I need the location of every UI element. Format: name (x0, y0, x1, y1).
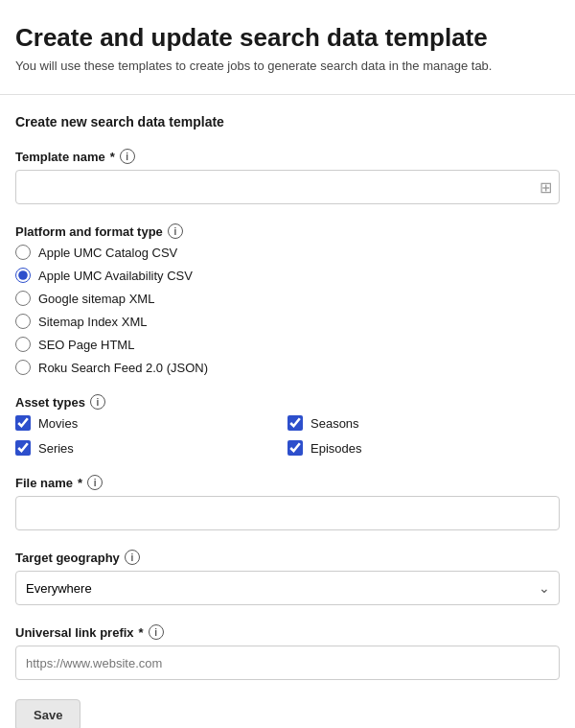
file-name-group: File name * i (15, 475, 560, 530)
target-geography-group: Target geography i Everywhere United Sta… (15, 550, 560, 605)
asset-types-info-icon[interactable]: i (90, 394, 105, 410)
template-name-group: Template name * i ⊞ (15, 149, 560, 204)
form-section-title: Create new search data template (15, 114, 560, 133)
checkbox-movies[interactable]: Movies (15, 415, 288, 431)
save-button[interactable]: Save (15, 699, 80, 728)
radio-apple-umc-availability[interactable]: Apple UMC Availability CSV (15, 268, 560, 283)
checkbox-series[interactable]: Series (15, 440, 288, 456)
checkbox-movies-input[interactable] (15, 415, 31, 431)
radio-roku-search-feed[interactable]: Roku Search Feed 2.0 (JSON) (15, 360, 560, 375)
template-name-wrapper: ⊞ (15, 170, 560, 204)
universal-link-prefix-label: Universal link prefix * i (15, 624, 560, 640)
checkbox-series-input[interactable] (15, 440, 31, 456)
target-geography-label: Target geography i (15, 550, 560, 565)
radio-apple-umc-availability-input[interactable] (15, 268, 31, 283)
universal-link-prefix-info-icon[interactable]: i (149, 624, 164, 640)
template-name-info-icon[interactable]: i (120, 149, 135, 164)
universal-link-prefix-input[interactable] (15, 646, 560, 680)
radio-sitemap-index-xml[interactable]: Sitemap Index XML (15, 314, 560, 329)
page-title: Create and update search data template (15, 23, 560, 53)
platform-format-label: Platform and format type i (15, 223, 560, 239)
radio-google-sitemap-xml-input[interactable] (15, 291, 31, 306)
radio-seo-page-html[interactable]: SEO Page HTML (15, 337, 560, 352)
template-name-label: Template name * i (15, 149, 560, 164)
checkbox-episodes[interactable]: Episodes (288, 440, 560, 456)
platform-format-info-icon[interactable]: i (168, 223, 183, 239)
checkbox-seasons[interactable]: Seasons (288, 415, 560, 431)
asset-types-group: Asset types i Movies Seasons Series Epis… (15, 394, 560, 456)
asset-types-label: Asset types i (15, 394, 560, 410)
radio-google-sitemap-xml[interactable]: Google sitemap XML (15, 291, 560, 306)
target-geography-select[interactable]: Everywhere United States Europe Asia (15, 571, 560, 605)
radio-seo-page-html-input[interactable] (15, 337, 31, 352)
radio-sitemap-index-xml-input[interactable] (15, 314, 31, 329)
template-name-input[interactable] (15, 170, 560, 204)
checkbox-seasons-input[interactable] (288, 415, 303, 431)
radio-roku-search-feed-input[interactable] (15, 360, 31, 375)
checkbox-episodes-input[interactable] (288, 440, 303, 456)
universal-link-prefix-group: Universal link prefix * i (15, 624, 560, 680)
section-divider (0, 94, 575, 95)
radio-apple-umc-catalog-input[interactable] (15, 245, 31, 260)
asset-types-checkbox-group: Movies Seasons Series Episodes (15, 415, 560, 456)
page-subtitle: You will use these templates to create j… (15, 59, 560, 73)
file-name-info-icon[interactable]: i (87, 475, 103, 490)
radio-apple-umc-catalog[interactable]: Apple UMC Catalog CSV (15, 245, 560, 260)
target-geography-info-icon[interactable]: i (125, 550, 140, 565)
target-geography-select-wrapper: Everywhere United States Europe Asia ⌄ (15, 571, 560, 605)
platform-format-group: Platform and format type i Apple UMC Cat… (15, 223, 560, 375)
file-name-input[interactable] (15, 496, 560, 530)
file-name-label: File name * i (15, 475, 560, 490)
platform-format-radio-group: Apple UMC Catalog CSV Apple UMC Availabi… (15, 245, 560, 375)
template-name-grid-icon: ⊞ (540, 178, 552, 197)
